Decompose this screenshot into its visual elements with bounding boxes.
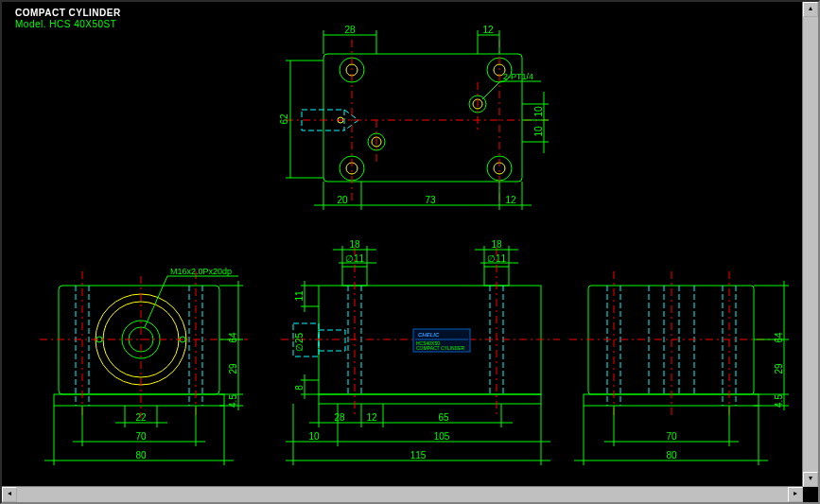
- svg-text:12: 12: [482, 25, 494, 35]
- scroll-up-button[interactable]: ▴: [803, 2, 818, 17]
- svg-text:28: 28: [334, 412, 345, 423]
- svg-text:22: 22: [135, 412, 147, 423]
- svg-text:4.5: 4.5: [228, 394, 238, 408]
- svg-text:4.5: 4.5: [774, 394, 784, 408]
- svg-text:20: 20: [337, 195, 348, 205]
- svg-text:12: 12: [366, 412, 377, 423]
- top-view: 28 12 20 73 12 62 10 10 2-PT1/4: [279, 25, 550, 210]
- drawing-svg: 28 12 20 73 12 62 10 10 2-PT1/4 M16x2.0P…: [2, 2, 820, 504]
- svg-rect-89: [319, 394, 541, 404]
- svg-text:64: 64: [228, 332, 238, 343]
- svg-text:29: 29: [228, 363, 238, 374]
- svg-text:29: 29: [774, 363, 784, 374]
- svg-text:28: 28: [344, 25, 356, 35]
- svg-text:∅25: ∅25: [294, 333, 305, 353]
- svg-text:70: 70: [666, 431, 677, 442]
- svg-text:2-PT1/4: 2-PT1/4: [503, 72, 533, 81]
- scroll-right-button[interactable]: ▸: [788, 487, 803, 502]
- svg-text:CHELIC: CHELIC: [418, 332, 440, 338]
- front-middle-view: CHELIC HCS40X50 COMPACT CYLINDER 18 18 ∅…: [281, 239, 560, 465]
- svg-text:18: 18: [349, 239, 360, 250]
- svg-text:65: 65: [438, 412, 449, 423]
- svg-text:COMPACT CYLINDER: COMPACT CYLINDER: [416, 345, 465, 351]
- svg-text:64: 64: [774, 332, 784, 343]
- svg-text:10: 10: [308, 431, 320, 442]
- svg-rect-50: [54, 394, 224, 406]
- scroll-down-button[interactable]: ▾: [803, 472, 818, 487]
- cad-viewport[interactable]: COMPACT CYLINDER Model. HCS 40X50ST 28 1…: [0, 0, 820, 504]
- svg-text:62: 62: [279, 113, 289, 125]
- svg-rect-91: [319, 330, 345, 351]
- svg-text:10: 10: [533, 106, 544, 117]
- svg-text:105: 105: [434, 431, 450, 442]
- svg-text:18: 18: [491, 239, 502, 250]
- svg-text:80: 80: [135, 450, 147, 461]
- svg-line-65: [145, 276, 167, 327]
- svg-text:115: 115: [410, 450, 427, 461]
- svg-text:M16x2.0Px20dp: M16x2.0Px20dp: [170, 267, 232, 276]
- svg-text:10: 10: [533, 126, 544, 137]
- svg-text:11: 11: [294, 290, 305, 302]
- scroll-left-button[interactable]: ◂: [2, 487, 17, 502]
- front-left-view: M16x2.0Px20dp 64 29 4.5 22 70 80: [40, 267, 248, 465]
- svg-text:12: 12: [505, 195, 516, 205]
- vertical-scrollbar[interactable]: ▴ ▾: [802, 2, 818, 487]
- svg-text:∅11: ∅11: [487, 253, 507, 264]
- svg-text:80: 80: [666, 450, 677, 461]
- svg-text:70: 70: [135, 431, 147, 442]
- svg-text:∅11: ∅11: [345, 253, 365, 264]
- svg-line-46: [482, 81, 500, 99]
- front-right-view: 64 29 4.5 70 80: [569, 271, 789, 465]
- horizontal-scrollbar[interactable]: ◂ ▸: [2, 486, 803, 502]
- svg-text:73: 73: [425, 195, 436, 205]
- svg-text:8: 8: [294, 385, 305, 391]
